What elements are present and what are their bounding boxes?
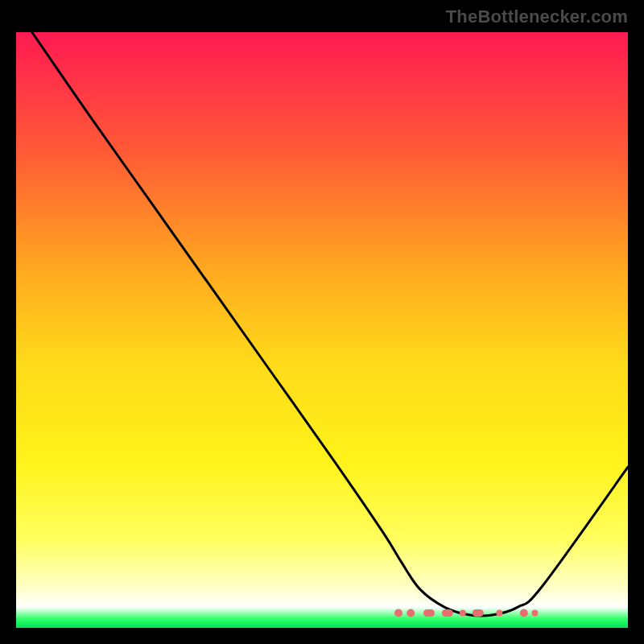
marker-dot <box>531 610 538 617</box>
marker-dot <box>520 609 528 617</box>
marker-pill <box>473 609 484 617</box>
marker-pill <box>423 609 435 617</box>
marker-pill <box>442 609 453 617</box>
bottleneck-curve <box>32 32 628 616</box>
curve-layer <box>16 32 628 628</box>
plot-area <box>16 32 628 628</box>
marker-dot <box>394 609 402 617</box>
chart-frame: TheBottlenecker.com <box>0 0 644 644</box>
watermark-text: TheBottlenecker.com <box>446 6 628 27</box>
marker-dot <box>460 610 466 617</box>
marker-dot <box>496 610 502 617</box>
marker-dot <box>407 609 415 617</box>
highlighted-points <box>394 609 538 617</box>
